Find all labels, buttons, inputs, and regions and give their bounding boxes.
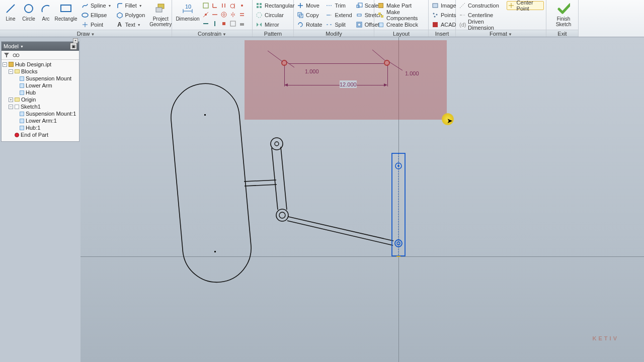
rectangle-button[interactable]: Rectangle [53,1,78,29]
text-button[interactable]: AText▼ [115,20,148,29]
rectangular-pattern-button[interactable]: Rectangular [255,1,291,10]
spline-button[interactable]: Spline▼ [80,1,114,10]
browser-toolbar [2,51,79,60]
svg-rect-34 [257,6,259,8]
mirror-icon [256,21,263,28]
polygon-button[interactable]: Polygon [115,11,148,20]
create-block-button[interactable]: Create Block [376,20,426,29]
svg-rect-53 [433,4,438,8]
tree-end[interactable]: End of Part [3,131,78,138]
constraint-parallel-icon[interactable] [219,1,228,10]
point-button[interactable]: Point [80,20,114,29]
folder-icon [15,98,20,102]
block-icon [20,76,24,81]
browser-tab-model[interactable]: Model▼ [4,43,24,49]
browser-shell: × Model▼ ▣ −Hub Design.ipt −Blocks Suspe… [0,37,80,362]
driven-dimension-button[interactable]: (d)Driven Dimension [458,20,507,29]
acad-icon [432,21,439,28]
centerline-icon [459,12,466,19]
create-block-icon [377,21,384,28]
tree-sketch[interactable]: −Sketch1 [3,103,78,110]
svg-line-58 [460,3,465,8]
constraint-autodim-icon[interactable] [201,1,210,10]
tree-blocks[interactable]: −Blocks [3,68,78,75]
tree-block-item[interactable]: Suspension Mount [3,75,78,82]
fillet-button[interactable]: Fillet▼ [115,1,148,10]
ellipse-button[interactable]: Ellipse [80,11,114,20]
dimension-button[interactable]: 10 Dimension [174,1,201,29]
end-of-part-icon [15,133,19,137]
svg-point-20 [205,14,207,16]
svg-point-55 [436,14,438,16]
arc-button[interactable]: Arc [38,1,53,29]
make-components-button[interactable]: Make Components [376,11,426,20]
panel-title-format[interactable]: Format▼ [456,30,546,37]
image-button[interactable]: Image [431,1,453,10]
tree-block-item[interactable]: Hub [3,89,78,96]
constraint-horizontal-icon[interactable] [201,19,210,28]
copy-button[interactable]: Copy [296,11,325,20]
rectangle-label: Rectangle [54,16,77,22]
panel-insert: Image Points ACAD Insert [429,0,456,37]
points-button[interactable]: Points [431,11,453,20]
constraint-perpendicular-icon[interactable] [210,1,219,10]
svg-rect-50 [358,23,361,26]
trim-button[interactable]: Trim [325,1,354,10]
browser-expand-button[interactable]: ▣ [70,43,77,50]
construction-button[interactable]: Construction [458,1,507,10]
constraint-settings-icon[interactable] [237,19,247,28]
sketch-icon [15,105,19,109]
make-part-icon [377,2,384,9]
tree-block-item[interactable]: Lower Arm [3,82,78,89]
rotate-button[interactable]: Rotate [296,20,325,29]
svg-point-56 [434,16,436,18]
constraint-coincident-icon[interactable] [201,10,210,19]
constraint-smooth-icon[interactable] [237,1,247,10]
constraint-symmetric-icon[interactable] [228,10,237,19]
line-label: Line [6,16,16,22]
line-button[interactable]: Line [2,1,19,29]
svg-point-22 [221,12,226,17]
tree-sketch-item[interactable]: Suspension Mount:1 [3,110,78,117]
circle-button[interactable]: Circle [19,1,38,29]
stretch-icon [356,12,363,19]
constraint-fix-icon[interactable] [219,19,228,28]
rectangle-icon [59,2,72,15]
tree-origin[interactable]: +Origin [3,96,78,103]
panel-title-constrain[interactable]: Constrain▼ [172,30,252,37]
extend-button[interactable]: Extend [325,11,354,20]
block-icon [20,112,24,116]
trim-icon [326,2,333,9]
browser-close-button[interactable]: × [73,38,78,43]
svg-rect-29 [222,22,225,25]
svg-point-77 [276,209,288,221]
constraint-equal-icon[interactable] [237,10,247,19]
panel-title-modify: Modify [294,30,374,37]
acad-button[interactable]: ACAD [431,20,453,29]
finish-sketch-button[interactable]: Finish Sketch [548,1,579,29]
mirror-button[interactable]: Mirror [255,20,291,29]
project-geometry-label: Project Geometry [149,16,172,27]
filter-icon[interactable] [4,52,10,58]
center-point-button[interactable]: Center Point [507,1,544,10]
panel-title-draw[interactable]: Draw▼ [0,30,172,37]
tree-sketch-item[interactable]: Hub:1 [3,124,78,131]
sketch-canvas[interactable]: 12.000 1.000 1.000 [80,37,644,362]
circular-pattern-button[interactable]: Circular [255,11,291,20]
point-icon [82,21,89,28]
svg-line-76 [245,185,277,186]
svg-point-54 [433,13,435,15]
constraint-vertical-icon[interactable] [210,19,219,28]
constraint-tangent-icon[interactable] [228,1,237,10]
move-button[interactable]: Move [296,1,325,10]
binoculars-icon[interactable] [13,52,20,58]
tree-sketch-item[interactable]: Lower Arm:1 [3,117,78,124]
project-geometry-button[interactable]: Project Geometry [149,1,172,29]
panel-blank [579,0,644,37]
constraint-show-icon[interactable] [228,19,237,28]
panel-pattern: Rectangular Circular Mirror Pattern [253,0,294,37]
split-button[interactable]: Split [325,20,354,29]
tree-root[interactable]: −Hub Design.ipt [3,61,78,68]
constraint-collinear-icon[interactable] [210,10,219,19]
constraint-concentric-icon[interactable] [219,10,228,19]
